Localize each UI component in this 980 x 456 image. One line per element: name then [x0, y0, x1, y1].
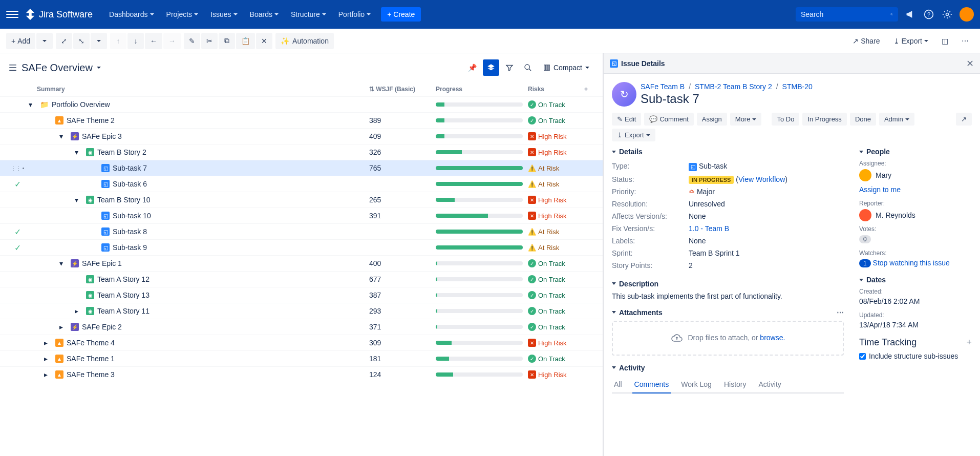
grid-row[interactable]: ✓◱Sub-task 9⚠️At Risk — [0, 239, 603, 255]
grid-row[interactable]: ◉Team A Story 12677✓On Track — [0, 271, 603, 287]
done-button[interactable]: Done — [850, 113, 876, 126]
view-workflow-link[interactable]: View Workflow — [738, 175, 785, 183]
collapse-icon[interactable]: ▾ — [57, 260, 65, 267]
nav-issues[interactable]: Issues — [204, 6, 243, 23]
grid-row[interactable]: ▾⚡SAFe Epic 1400✓On Track — [0, 255, 603, 271]
add-time-icon[interactable]: + — [966, 337, 972, 348]
collapse-icon[interactable]: ⤡ — [73, 33, 90, 49]
grid-row[interactable]: ◉Team A Story 13387✓On Track — [0, 287, 603, 303]
filter-icon[interactable] — [501, 59, 518, 76]
expand-icon[interactable]: ▸ — [57, 323, 65, 330]
breadcrumb-link[interactable]: STMB-2 Team B Story 2 — [695, 82, 772, 91]
jira-logo[interactable]: Jira Software — [25, 9, 93, 20]
admin-button[interactable]: Admin — [879, 113, 914, 126]
grid-row[interactable]: ▸▲SAFe Theme 1181✓On Track — [0, 350, 603, 366]
edit-button[interactable]: ✎ Edit — [612, 113, 641, 126]
expand-icon[interactable]: ▸ — [42, 355, 49, 362]
collapse-icon[interactable]: ▾ — [73, 196, 80, 203]
section-details[interactable]: Details — [612, 148, 844, 156]
app-switcher-icon[interactable] — [6, 8, 18, 20]
grid-row[interactable]: ▸▲SAFe Theme 3124✕High Risk — [0, 366, 603, 382]
expand-dropdown[interactable] — [91, 33, 107, 49]
attachment-dropzone[interactable]: Drop files to attach, or browse. — [612, 321, 844, 356]
grid-row[interactable]: ✓◱Sub-task 6⚠️At Risk — [0, 176, 603, 192]
reporter[interactable]: M. Reynolds — [859, 209, 972, 221]
section-dates[interactable]: Dates — [859, 276, 972, 284]
tab-comments[interactable]: Comments — [632, 376, 671, 393]
close-icon[interactable]: ✕ — [966, 58, 974, 69]
section-people[interactable]: People — [859, 148, 972, 156]
nav-dashboards[interactable]: Dashboards — [103, 6, 160, 23]
expand-icon[interactable]: ▸ — [73, 307, 80, 315]
grid-row[interactable]: ▸▲SAFe Theme 4309✕High Risk — [0, 335, 603, 350]
section-description[interactable]: Description — [612, 280, 844, 288]
assign-to-me-link[interactable]: Assign to me — [859, 185, 972, 194]
grid-row[interactable]: ▾📁Portfolio Overview✓On Track — [0, 96, 603, 112]
cut-icon[interactable]: ✂ — [201, 33, 218, 49]
move-down-icon[interactable]: ↓ — [127, 33, 144, 49]
grid-row[interactable]: ▾◉Team B Story 2326✕High Risk — [0, 144, 603, 160]
add-button[interactable]: +Add — [6, 33, 35, 49]
col-wsjf[interactable]: ⇅ WSJF (Basic) — [369, 86, 436, 93]
nav-portfolio[interactable]: Portfolio — [332, 6, 377, 23]
expand-icon[interactable]: ⤢ — [56, 33, 72, 49]
grid-row[interactable]: ▾⚡SAFe Epic 3409✕High Risk — [0, 128, 603, 144]
grid-row[interactable]: ▲SAFe Theme 2389✓On Track — [0, 112, 603, 128]
search-structure-icon[interactable] — [520, 59, 536, 76]
browse-link[interactable]: browse. — [760, 333, 785, 341]
layers-icon[interactable] — [483, 59, 499, 76]
collapse-icon[interactable]: ▾ — [73, 149, 80, 156]
section-activity[interactable]: Activity — [612, 364, 844, 372]
include-sub-issues-checkbox[interactable] — [859, 353, 866, 360]
grid-row[interactable]: ▾◉Team B Story 10265✕High Risk — [0, 192, 603, 208]
export-button[interactable]: ⤓ Export — [888, 33, 933, 49]
user-avatar[interactable] — [960, 7, 974, 22]
attachments-more-icon[interactable]: ⋯ — [837, 308, 844, 317]
col-progress[interactable]: Progress — [436, 86, 528, 93]
fix-value[interactable]: 1.0 - Team B — [689, 224, 844, 233]
more-button[interactable]: More — [730, 113, 762, 126]
expand-icon[interactable]: ▸ — [42, 339, 49, 346]
add-dropdown[interactable] — [36, 33, 53, 49]
structure-selector[interactable]: SAFe Overview — [8, 62, 101, 74]
move-up-icon[interactable]: ↑ — [110, 33, 126, 49]
pin-icon[interactable]: 📌 — [464, 59, 481, 76]
expand-icon[interactable]: ▸ — [42, 371, 49, 378]
indent-icon[interactable]: → — [163, 33, 181, 49]
create-button[interactable]: + Create — [381, 7, 421, 22]
announcements-icon[interactable] — [904, 8, 917, 20]
delete-icon[interactable]: ✕ — [256, 33, 272, 49]
nav-projects[interactable]: Projects — [160, 6, 205, 23]
col-risk[interactable]: Risks — [528, 86, 584, 93]
stop-watching-link[interactable]: Stop watching this issue — [873, 259, 950, 267]
collapse-icon[interactable]: ▾ — [57, 133, 65, 140]
outdent-icon[interactable]: ← — [145, 33, 162, 49]
collapse-icon[interactable]: ▾ — [27, 101, 34, 108]
assignee[interactable]: Mary — [859, 169, 972, 181]
copy-icon[interactable]: ⧉ — [219, 33, 235, 49]
panels-icon[interactable]: ◫ — [936, 33, 953, 49]
grid-row[interactable]: ⋮⋮ •◱Sub-task 7765⚠️At Risk — [0, 160, 603, 176]
assign-button[interactable]: Assign — [697, 113, 727, 126]
share-button[interactable]: ↗ Share — [847, 33, 885, 49]
search-input-container[interactable] — [796, 7, 898, 22]
nav-structure[interactable]: Structure — [285, 6, 332, 23]
automation-button[interactable]: ✨Automation — [275, 33, 334, 49]
tab-all[interactable]: All — [612, 376, 624, 393]
help-icon[interactable]: ? — [923, 8, 935, 20]
include-sub-issues-check[interactable]: Include structure sub-issues — [859, 352, 972, 360]
todo-button[interactable]: To Do — [772, 113, 799, 126]
section-attachments[interactable]: Attachments⋯ — [612, 308, 844, 317]
grid-row[interactable]: ▸◉Team A Story 11293✓On Track — [0, 303, 603, 319]
grid-row[interactable]: ◱Sub-task 10391✕High Risk — [0, 208, 603, 223]
more-icon[interactable]: ⋯ — [956, 33, 974, 49]
col-summary[interactable]: Summary — [8, 86, 369, 93]
grid-row[interactable]: ▸⚡SAFe Epic 2371✓On Track — [0, 319, 603, 335]
nav-boards[interactable]: Boards — [244, 6, 285, 23]
add-column-icon[interactable]: + — [584, 86, 594, 93]
comment-button[interactable]: 💬 Comment — [644, 113, 693, 126]
breadcrumb-link[interactable]: STMB-20 — [782, 82, 813, 91]
search-input[interactable] — [801, 10, 890, 18]
paste-icon[interactable]: 📋 — [236, 33, 255, 49]
in-progress-button[interactable]: In Progress — [802, 113, 846, 126]
